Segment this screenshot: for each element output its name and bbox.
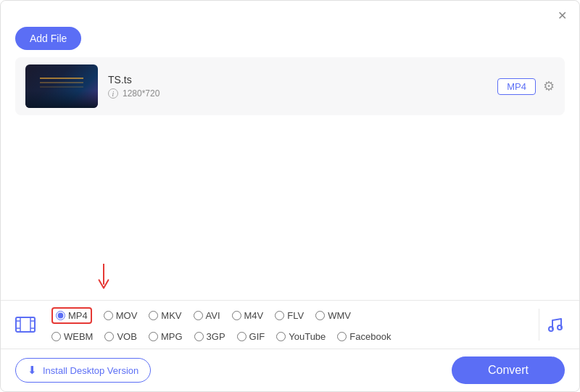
mp4-label: MP4 xyxy=(68,310,88,321)
file-meta: i 1280*720 xyxy=(108,88,487,99)
format-row-1: MP4 MOV MKV AVI xyxy=(49,305,533,326)
svg-rect-1 xyxy=(16,317,35,332)
m4v-label: M4V xyxy=(244,310,264,321)
format-m4v[interactable]: M4V xyxy=(229,308,267,323)
flv-label: FLV xyxy=(287,310,304,321)
svg-point-9 xyxy=(558,325,562,330)
vob-label: VOB xyxy=(117,331,136,342)
radio-gif[interactable] xyxy=(237,332,246,341)
format-webm[interactable]: WEBM xyxy=(49,329,96,344)
add-file-button[interactable]: Add File xyxy=(15,27,81,50)
radio-mov[interactable] xyxy=(104,311,113,320)
format-vob[interactable]: VOB xyxy=(102,329,139,344)
title-bar: ✕ xyxy=(1,1,579,27)
file-info: TS.ts i 1280*720 xyxy=(108,74,487,99)
download-icon: ⬇ xyxy=(28,364,37,377)
radio-m4v[interactable] xyxy=(232,311,241,320)
install-label: Install Desktop Version xyxy=(43,365,138,376)
radio-vob[interactable] xyxy=(104,332,114,341)
down-arrow xyxy=(95,264,112,293)
format-mov[interactable]: MOV xyxy=(101,308,141,323)
svg-point-8 xyxy=(549,327,553,331)
file-resolution: 1280*720 xyxy=(123,88,160,99)
close-button[interactable]: ✕ xyxy=(555,8,569,22)
format-flv[interactable]: FLV xyxy=(272,308,307,323)
film-icon[interactable] xyxy=(9,309,41,341)
settings-icon[interactable]: ⚙ xyxy=(543,78,555,94)
format-3gp[interactable]: 3GP xyxy=(191,329,228,344)
format-options: MP4 MOV MKV AVI xyxy=(49,305,533,344)
webm-label: WEBM xyxy=(64,331,93,342)
format-wmv[interactable]: WMV xyxy=(312,308,354,323)
mpg-label: MPG xyxy=(161,331,183,342)
format-gif[interactable]: GIF xyxy=(234,329,268,344)
file-list: TS.ts i 1280*720 MP4 ⚙ xyxy=(1,57,579,300)
facebook-label: Facebook xyxy=(349,331,391,342)
format-row-2: WEBM VOB MPG 3GP xyxy=(49,329,533,344)
radio-mpg[interactable] xyxy=(149,332,158,341)
file-item: TS.ts i 1280*720 MP4 ⚙ xyxy=(15,57,565,115)
radio-mp4[interactable] xyxy=(56,311,65,320)
convert-button[interactable]: Convert xyxy=(452,356,565,384)
radio-mkv[interactable] xyxy=(149,311,158,320)
format-panel: MP4 MOV MKV AVI xyxy=(1,300,579,349)
toolbar: Add File xyxy=(1,27,579,57)
format-mpg[interactable]: MPG xyxy=(146,329,186,344)
mov-label: MOV xyxy=(116,310,138,321)
install-desktop-button[interactable]: ⬇ Install Desktop Version xyxy=(15,358,151,383)
3gp-label: 3GP xyxy=(207,331,225,342)
format-panel-inner: MP4 MOV MKV AVI xyxy=(1,301,579,349)
radio-wmv[interactable] xyxy=(315,311,325,320)
file-actions: MP4 ⚙ xyxy=(497,78,555,95)
radio-webm[interactable] xyxy=(51,332,61,341)
radio-3gp[interactable] xyxy=(194,332,204,341)
format-panel-wrapper: MP4 MOV MKV AVI xyxy=(1,300,579,349)
main-window: ✕ Add File TS.ts i 1280*720 MP4 ⚙ xyxy=(0,0,580,392)
gif-label: GIF xyxy=(249,331,265,342)
radio-avi[interactable] xyxy=(194,311,203,320)
format-youtube[interactable]: YouTube xyxy=(273,329,328,344)
radio-facebook[interactable] xyxy=(337,332,347,341)
radio-youtube[interactable] xyxy=(276,332,286,341)
wmv-label: WMV xyxy=(328,310,351,321)
format-mp4[interactable]: MP4 xyxy=(49,305,95,326)
format-avi[interactable]: AVI xyxy=(191,308,223,323)
info-icon: i xyxy=(108,88,118,99)
mkv-label: MKV xyxy=(161,310,181,321)
file-name: TS.ts xyxy=(108,74,487,86)
format-facebook[interactable]: Facebook xyxy=(334,329,394,344)
avi-label: AVI xyxy=(206,310,220,321)
youtube-label: YouTube xyxy=(289,331,326,342)
format-mkv[interactable]: MKV xyxy=(146,308,184,323)
music-icon[interactable] xyxy=(539,309,571,341)
file-thumbnail xyxy=(25,64,98,108)
format-badge[interactable]: MP4 xyxy=(497,78,536,95)
action-bar: ⬇ Install Desktop Version Convert xyxy=(1,349,579,391)
radio-flv[interactable] xyxy=(275,311,284,320)
